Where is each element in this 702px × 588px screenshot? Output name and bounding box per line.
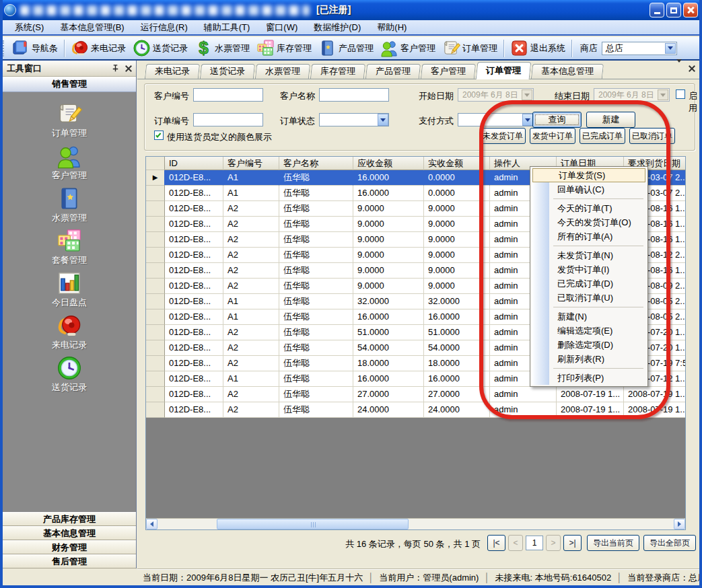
row-selector-cell[interactable] xyxy=(146,217,165,232)
tab-item[interactable]: 基本信息管理 xyxy=(531,64,604,79)
start-date-dropdown-icon[interactable] xyxy=(522,89,532,100)
context-menu-item[interactable]: 订单发货(S) xyxy=(532,168,645,182)
tab-close-icon[interactable] xyxy=(689,65,695,72)
payment-dropdown-icon[interactable] xyxy=(522,114,533,126)
tab-item[interactable]: 来电记录 xyxy=(145,64,200,79)
toolbar-button[interactable]: 送货记录 xyxy=(129,38,191,59)
toolbar-button[interactable]: 库存管理 xyxy=(253,38,315,59)
toolbar-button[interactable]: 订单管理 xyxy=(439,38,501,59)
scroll-left-button[interactable] xyxy=(146,519,157,529)
customer-no-input[interactable] xyxy=(193,88,263,102)
first-page-button[interactable]: |< xyxy=(487,535,505,551)
table-row[interactable]: 012D-E8...A2伍华聪24.000024.0000admin2008-0… xyxy=(146,402,685,418)
sidebar-section-bar[interactable]: 基本信息管理 xyxy=(3,526,136,540)
query-button[interactable]: 查询 xyxy=(532,112,582,128)
context-menu-item[interactable]: 打印列表(P) xyxy=(532,371,646,385)
tab-item[interactable]: 库存管理 xyxy=(310,64,365,79)
close-button[interactable] xyxy=(683,3,698,17)
scroll-right-button[interactable] xyxy=(674,519,685,529)
toolbar-button[interactable]: $水票管理 xyxy=(191,38,253,59)
context-menu-item[interactable]: 刷新列表(R) xyxy=(532,352,646,366)
menu-item[interactable]: 数据维护(D) xyxy=(306,20,369,35)
order-status-dropdown-icon[interactable] xyxy=(378,114,388,126)
order-status-select[interactable] xyxy=(319,113,389,126)
pin-icon[interactable] xyxy=(111,64,120,73)
tab-item[interactable]: 订单管理 xyxy=(476,62,532,79)
menu-item[interactable]: 系统(S) xyxy=(7,20,52,35)
context-menu-item[interactable]: 发货中订单(I) xyxy=(532,262,646,277)
page-number-input[interactable] xyxy=(526,536,543,550)
row-selector-cell[interactable]: ▶ xyxy=(146,170,165,186)
row-selector-cell[interactable] xyxy=(146,402,165,418)
context-menu-item[interactable]: 回单确认(C) xyxy=(532,182,646,196)
context-menu-item[interactable]: 新建(N) xyxy=(532,309,646,324)
row-selector-cell[interactable] xyxy=(146,186,165,201)
toolbar-button[interactable]: 退出系统 xyxy=(507,38,569,59)
order-status-filter-button[interactable]: 未发货订单 xyxy=(480,128,526,144)
sidebar-item[interactable]: 来电记录 xyxy=(19,311,120,353)
end-date-dropdown-icon[interactable] xyxy=(658,89,668,100)
tab-item[interactable]: 水票管理 xyxy=(255,64,310,79)
menu-item[interactable]: 运行信息(R) xyxy=(133,20,196,35)
tab-item[interactable]: 客户管理 xyxy=(421,64,476,79)
column-header[interactable]: 客户名称 xyxy=(279,157,353,170)
scrollbar-thumb[interactable] xyxy=(217,519,409,529)
column-header[interactable]: ID xyxy=(165,157,223,170)
new-button[interactable]: 新建 xyxy=(586,112,635,128)
toolbar-button[interactable]: 导航条 xyxy=(8,38,61,59)
order-no-input[interactable] xyxy=(193,113,263,126)
last-page-button[interactable]: >| xyxy=(563,535,582,551)
context-menu-item[interactable]: 已完成订单(D) xyxy=(532,277,646,291)
row-selector-cell[interactable] xyxy=(146,248,165,263)
sidebar-item[interactable]: 水票管理 xyxy=(19,184,120,226)
customer-name-input[interactable] xyxy=(319,88,389,102)
row-selector-cell[interactable] xyxy=(146,294,165,309)
order-status-filter-button[interactable]: 已取消订单 xyxy=(629,128,675,144)
sidebar-item[interactable]: 客户管理 xyxy=(19,141,120,184)
menu-item[interactable]: 基本信息管理(B) xyxy=(52,20,132,35)
prev-page-button[interactable]: < xyxy=(508,535,523,551)
horizontal-scrollbar[interactable] xyxy=(146,518,685,529)
maximize-button[interactable] xyxy=(666,3,681,17)
sidebar-section-sales[interactable]: 销售管理 xyxy=(3,77,136,92)
context-menu-item[interactable]: 编辑选定项(E) xyxy=(532,324,646,338)
toolbar-button[interactable]: 产品管理 xyxy=(315,38,377,59)
tab-item[interactable]: 产品管理 xyxy=(365,64,421,79)
sidebar-close-icon[interactable] xyxy=(125,65,132,72)
export-all-button[interactable]: 导出全部页 xyxy=(643,535,696,551)
minimize-button[interactable] xyxy=(650,3,664,17)
tab-list-dropdown-icon[interactable] xyxy=(676,63,682,75)
order-status-filter-button[interactable]: 发货中订单 xyxy=(530,128,575,144)
toolbar-button[interactable]: 客户管理 xyxy=(377,38,439,59)
context-menu-item[interactable]: 今天的发货订单(O) xyxy=(532,215,646,229)
row-selector-cell[interactable] xyxy=(146,263,165,279)
table-row[interactable]: 012D-E8...A2伍华聪27.000027.0000admin2008-0… xyxy=(146,387,685,402)
column-header[interactable]: 应收金额 xyxy=(353,157,424,170)
context-menu-item[interactable]: 删除选定项(D) xyxy=(532,338,646,352)
row-selector-cell[interactable] xyxy=(146,325,165,340)
color-display-checkbox[interactable] xyxy=(154,131,164,140)
menu-item[interactable]: 辅助工具(T) xyxy=(196,20,258,35)
export-current-button[interactable]: 导出当前页 xyxy=(587,535,639,551)
row-selector-cell[interactable] xyxy=(146,387,165,402)
menu-item[interactable]: 帮助(H) xyxy=(369,20,415,35)
order-status-filter-button[interactable]: 已完成订单 xyxy=(580,128,625,144)
tab-item[interactable]: 送货记录 xyxy=(200,64,255,79)
row-selector-cell[interactable] xyxy=(146,232,165,248)
column-header[interactable]: 实收金额 xyxy=(424,157,490,170)
sidebar-item[interactable]: 今日盘点 xyxy=(19,268,120,311)
row-selector-cell[interactable] xyxy=(146,356,165,371)
sidebar-item[interactable]: 送货记录 xyxy=(19,353,120,396)
sidebar-item[interactable]: 订单管理 xyxy=(19,99,120,141)
row-selector-cell[interactable] xyxy=(146,309,165,325)
menu-item[interactable]: 窗口(W) xyxy=(258,20,306,35)
next-page-button[interactable]: > xyxy=(546,535,561,551)
row-selector-cell[interactable] xyxy=(146,279,165,294)
enable-checkbox[interactable] xyxy=(676,89,685,99)
context-menu-item[interactable]: 所有的订单(A) xyxy=(532,229,646,244)
payment-select[interactable] xyxy=(458,113,534,126)
context-menu-item[interactable]: 未发货订单(N) xyxy=(532,248,646,262)
end-date-picker[interactable]: 2009年 6月 8日 xyxy=(594,88,670,102)
sidebar-section-bar[interactable]: 产品库存管理 xyxy=(3,512,136,526)
row-selector-cell[interactable] xyxy=(146,340,165,356)
